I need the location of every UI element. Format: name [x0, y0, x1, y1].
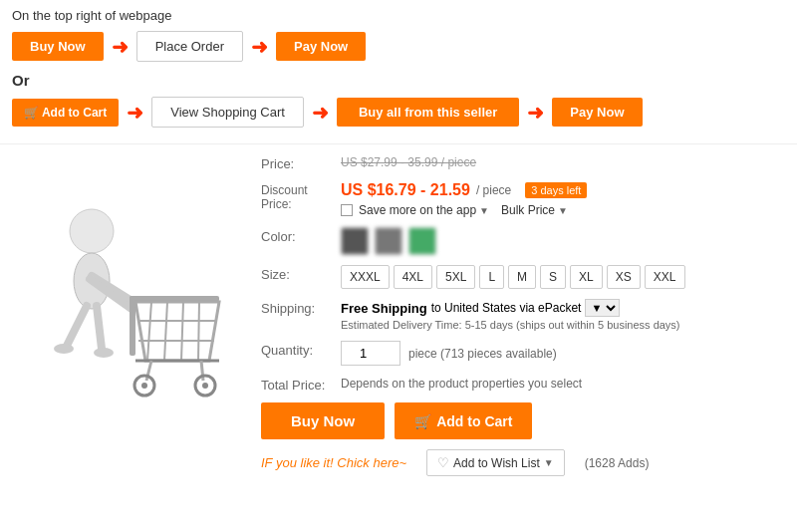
- shipping-main-row: Free Shipping to United States via ePack…: [341, 299, 785, 317]
- size-options: XXXL 4XL 5XL L M S XL XS XXL: [341, 265, 785, 289]
- save-app-arrow: ▼: [479, 205, 489, 216]
- svg-line-12: [164, 302, 167, 361]
- svg-point-6: [54, 344, 74, 354]
- or-text: Or: [12, 72, 785, 89]
- svg-line-14: [198, 302, 199, 361]
- product-image-area: [12, 154, 251, 476]
- price-label: Price:: [261, 154, 341, 171]
- size-label: Size:: [261, 265, 341, 282]
- bulk-price-option: Bulk Price ▼: [501, 203, 568, 217]
- if-you-like-text: IF you like it! Chick here~: [261, 455, 406, 470]
- bulk-price-label: Bulk Price: [501, 203, 555, 217]
- color-value: [341, 227, 785, 255]
- shipping-label: Shipping:: [261, 299, 341, 316]
- color-label: Color:: [261, 227, 341, 244]
- size-xl[interactable]: XL: [570, 265, 603, 289]
- arrow-icon-4: ➜: [312, 101, 329, 125]
- svg-point-0: [70, 209, 114, 253]
- price-original: US $27.99 - 35.99 / piece: [341, 154, 785, 169]
- place-order-button[interactable]: Place Order: [136, 31, 243, 62]
- buy-now-top-button[interactable]: Buy Now: [12, 32, 104, 61]
- size-xs[interactable]: XS: [607, 265, 641, 289]
- quantity-label: Quantity:: [261, 341, 341, 358]
- size-m[interactable]: M: [508, 265, 536, 289]
- total-label: Total Price:: [261, 376, 341, 393]
- days-left-badge: 3 days left: [525, 182, 587, 198]
- total-price-row: Total Price: Depends on the product prop…: [261, 376, 785, 393]
- price-row: Price: US $27.99 - 35.99 / piece: [261, 154, 785, 171]
- color-swatch-1[interactable]: [341, 227, 369, 255]
- total-value: Depends on the product properties you se…: [341, 376, 785, 391]
- svg-line-4: [67, 306, 87, 346]
- view-shopping-cart-button[interactable]: View Shopping Cart: [151, 97, 304, 128]
- svg-line-5: [97, 306, 102, 349]
- flow-row-1: Buy Now ➜ Place Order ➜ Pay Now: [12, 31, 785, 62]
- wish-list-button[interactable]: ♡ Add to Wish List ▼: [426, 449, 565, 476]
- size-4xl[interactable]: 4XL: [394, 265, 432, 289]
- quantity-row: Quantity: piece (713 pieces available): [261, 341, 785, 366]
- color-row: Color:: [261, 227, 785, 255]
- total-price-text: Depends on the product properties you se…: [341, 377, 582, 391]
- top-label: On the top right of webpage: [12, 8, 785, 23]
- svg-line-13: [181, 302, 183, 361]
- quantity-value-area: piece (713 pieces available): [341, 341, 785, 366]
- svg-point-23: [202, 383, 208, 389]
- save-app-option: Save more on the app ▼: [341, 203, 489, 217]
- svg-line-11: [147, 302, 151, 361]
- discount-value: US $16.79 - 21.59 / piece 3 days left Sa…: [341, 181, 785, 217]
- arrow-icon-5: ➜: [527, 101, 544, 125]
- arrow-icon-3: ➜: [127, 101, 143, 125]
- pay-now-top-button[interactable]: Pay Now: [276, 32, 366, 61]
- arrow-icon-1: ➜: [112, 35, 129, 59]
- svg-point-7: [94, 348, 114, 358]
- wish-list-arrow: ▼: [544, 457, 554, 468]
- discount-price-row: Discount Price: US $16.79 - 21.59 / piec…: [261, 181, 785, 217]
- save-app-row: Save more on the app ▼ Bulk Price ▼: [341, 203, 785, 217]
- buy-all-from-seller-button[interactable]: Buy all from this seller: [337, 98, 519, 127]
- color-swatches: [341, 227, 785, 255]
- bulk-price-arrow: ▼: [558, 205, 568, 216]
- quantity-available-text: piece (713 pieces available): [408, 347, 557, 361]
- cart-icon-small: 🛒: [414, 413, 431, 429]
- shipping-value: Free Shipping to United States via ePack…: [341, 299, 785, 331]
- save-app-checkbox[interactable]: [341, 204, 353, 216]
- size-value: XXXL 4XL 5XL L M S XL XS XXL: [341, 265, 785, 289]
- color-swatch-2[interactable]: [375, 227, 402, 255]
- product-details: Price: US $27.99 - 35.99 / piece Discoun…: [251, 154, 785, 476]
- bottom-row: IF you like it! Chick here~ ♡ Add to Wis…: [261, 449, 785, 476]
- size-xxxl[interactable]: XXXL: [341, 265, 390, 289]
- wish-list-label: Add to Wish List: [453, 456, 540, 470]
- arrow-icon-2: ➜: [251, 35, 268, 59]
- size-5xl[interactable]: 5XL: [436, 265, 475, 289]
- size-xxl[interactable]: XXL: [645, 265, 685, 289]
- flow-row-2: 🛒 Add to Cart ➜ View Shopping Cart ➜ Buy…: [12, 97, 785, 128]
- size-row: Size: XXXL 4XL 5XL L M S XL XS XXL: [261, 265, 785, 289]
- size-s[interactable]: S: [540, 265, 566, 289]
- price-original-text: US $27.99 - 35.99 / piece: [341, 155, 476, 169]
- buy-now-main-button[interactable]: Buy Now: [261, 402, 385, 439]
- add-to-cart-main-button[interactable]: 🛒 Add to Cart: [395, 402, 532, 439]
- price-discount-text: US $16.79 - 21.59: [341, 181, 470, 199]
- shipping-sub-text: Estimated Delivery Time: 5-15 days (ship…: [341, 319, 785, 331]
- price-unit-text: / piece: [476, 183, 511, 197]
- shipping-main-text: Free Shipping: [341, 301, 427, 316]
- quantity-input[interactable]: [341, 341, 400, 366]
- shipping-row: Shipping: Free Shipping to United States…: [261, 299, 785, 331]
- color-swatch-3[interactable]: [408, 227, 436, 255]
- action-buttons-row: Buy Now 🛒 Add to Cart: [261, 402, 785, 439]
- add-to-cart-top-button[interactable]: 🛒 Add to Cart: [12, 99, 119, 127]
- top-section: On the top right of webpage Buy Now ➜ Pl…: [0, 0, 797, 144]
- save-app-label: Save more on the app: [359, 203, 476, 217]
- heart-icon: ♡: [437, 455, 449, 470]
- discount-label: Discount Price:: [261, 181, 341, 211]
- svg-point-22: [141, 383, 147, 389]
- cart-figure-svg: [32, 201, 231, 430]
- wish-count-text: (1628 Adds): [585, 456, 650, 470]
- size-l[interactable]: L: [479, 265, 504, 289]
- shipping-select[interactable]: ▼: [585, 299, 620, 317]
- shipping-dest-text: to United States via ePacket: [431, 301, 582, 315]
- main-content: Price: US $27.99 - 35.99 / piece Discoun…: [0, 144, 797, 486]
- add-cart-label: Add to Cart: [436, 413, 512, 429]
- pay-now-flow2-button[interactable]: Pay Now: [552, 98, 642, 127]
